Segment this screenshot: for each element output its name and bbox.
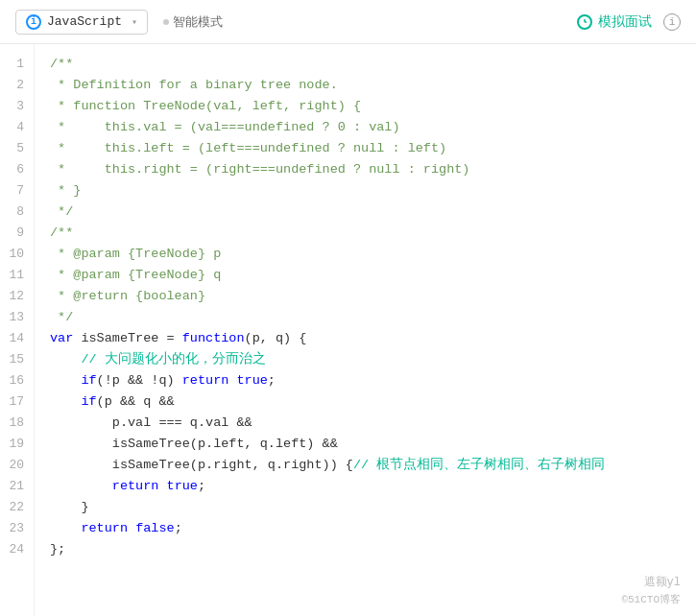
code-line-22: } xyxy=(50,497,696,518)
code-line-15: // 大问题化小的化，分而治之 xyxy=(50,349,696,370)
line-num-18: 18 xyxy=(0,413,34,434)
line-num-24: 24 xyxy=(0,539,34,560)
language-selector[interactable]: i JavaScript ▾ xyxy=(15,10,148,35)
toolbar-left: i JavaScript ▾ 智能模式 xyxy=(15,10,223,35)
line-num-8: 8 xyxy=(0,201,34,223)
line-num-5: 5 xyxy=(0,138,34,159)
code-line-14: var isSameTree = function(p, q) { xyxy=(50,328,696,349)
code-line-5: * this.left = (left===undefined ? null :… xyxy=(50,138,696,159)
line-num-3: 3 xyxy=(0,96,34,117)
js-icon: i xyxy=(26,14,41,30)
code-line-17: if(p && q && xyxy=(50,391,696,413)
line-num-23: 23 xyxy=(0,518,34,539)
chevron-down-icon: ▾ xyxy=(132,16,137,28)
simulate-button[interactable]: 模拟面试 xyxy=(577,13,652,31)
code-content[interactable]: /** * Definition for a binary tree node.… xyxy=(35,44,696,616)
code-line-12: * @return {boolean} xyxy=(50,286,696,307)
line-num-19: 19 xyxy=(0,434,34,455)
line-num-2: 2 xyxy=(0,75,34,96)
watermark-line1: 遮额yl xyxy=(644,574,681,590)
code-line-23: return false; xyxy=(50,518,696,539)
line-num-17: 17 xyxy=(0,391,34,413)
dot-icon xyxy=(163,19,169,25)
code-line-21: return true; xyxy=(50,476,696,497)
info-button[interactable]: i xyxy=(663,13,681,31)
code-line-13: */ xyxy=(50,307,696,328)
code-line-20: isSameTree(p.right, q.right)) {// 根节点相同、… xyxy=(50,455,696,476)
info-label: i xyxy=(669,16,676,28)
code-line-3: * function TreeNode(val, left, right) { xyxy=(50,96,696,117)
line-num-16: 16 xyxy=(0,370,34,391)
toolbar: i JavaScript ▾ 智能模式 模拟面试 i xyxy=(0,0,696,44)
line-num-1: 1 xyxy=(0,54,34,75)
watermark-line2: ©51CTO博客 xyxy=(621,592,681,606)
toolbar-right: 模拟面试 i xyxy=(577,13,681,31)
code-line-19: isSameTree(p.left, q.left) && xyxy=(50,434,696,455)
code-line-11: * @param {TreeNode} q xyxy=(50,265,696,286)
code-line-7: * } xyxy=(50,180,696,201)
simulate-label: 模拟面试 xyxy=(598,13,652,31)
line-numbers: 1 2 3 4 5 6 7 8 9 10 11 12 13 14 15 16 1… xyxy=(0,44,35,616)
line-num-6: 6 xyxy=(0,159,34,180)
code-line-4: * this.val = (val===undefined ? 0 : val) xyxy=(50,117,696,138)
line-num-22: 22 xyxy=(0,497,34,518)
code-editor: 1 2 3 4 5 6 7 8 9 10 11 12 13 14 15 16 1… xyxy=(0,44,696,616)
code-line-1: /** xyxy=(50,54,696,75)
code-line-16: if(!p && !q) return true; xyxy=(50,370,696,391)
clock-icon xyxy=(577,14,592,30)
language-label: JavaScript xyxy=(47,14,122,29)
code-line-2: * Definition for a binary tree node. xyxy=(50,75,696,96)
code-line-6: * this.right = (right===undefined ? null… xyxy=(50,159,696,180)
line-num-14: 14 xyxy=(0,328,34,349)
code-line-10: * @param {TreeNode} p xyxy=(50,244,696,265)
code-line-24: }; xyxy=(50,539,696,560)
smart-mode-label: 智能模式 xyxy=(173,13,223,31)
line-num-7: 7 xyxy=(0,180,34,201)
line-num-4: 4 xyxy=(0,117,34,138)
code-line-9: /** xyxy=(50,223,696,244)
line-num-12: 12 xyxy=(0,286,34,307)
line-num-13: 13 xyxy=(0,307,34,328)
line-num-11: 11 xyxy=(0,265,34,286)
line-num-15: 15 xyxy=(0,349,34,370)
code-line-8: */ xyxy=(50,201,696,223)
line-num-20: 20 xyxy=(0,455,34,476)
watermark: 遮额yl ©51CTO博客 xyxy=(621,574,681,606)
line-num-9: 9 xyxy=(0,223,34,244)
smart-mode-toggle[interactable]: 智能模式 xyxy=(163,13,223,31)
line-num-10: 10 xyxy=(0,244,34,265)
code-line-18: p.val === q.val && xyxy=(50,413,696,434)
line-num-21: 21 xyxy=(0,476,34,497)
